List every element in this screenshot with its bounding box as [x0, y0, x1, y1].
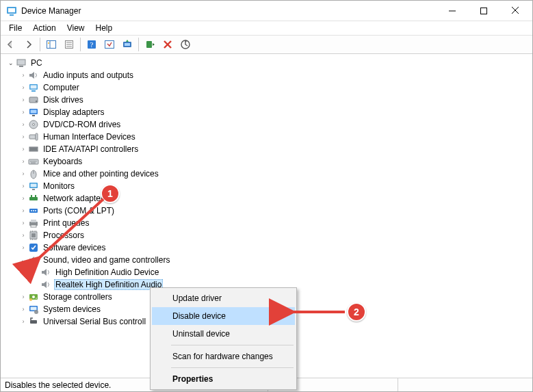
- svg-rect-27: [31, 90, 36, 92]
- tree-category-14[interactable]: ›Software devices: [6, 241, 532, 254]
- chevron-right-icon[interactable]: ›: [18, 95, 28, 105]
- menubar: File Action View Help: [1, 21, 532, 35]
- tree-category-1[interactable]: ›Computer: [6, 81, 532, 94]
- back-button[interactable]: [3, 37, 19, 52]
- chevron-right-icon[interactable]: ›: [18, 206, 28, 215]
- status-text: Disables the selected device.: [5, 380, 111, 390]
- chevron-right-icon[interactable]: ›: [18, 169, 28, 179]
- menu-file[interactable]: File: [3, 22, 27, 34]
- truncated-icon: [28, 316, 39, 327]
- enable-device-button[interactable]: [142, 37, 158, 52]
- tree-category-12[interactable]: ›Print queues: [6, 217, 532, 229]
- svg-point-79: [34, 310, 38, 314]
- chevron-right-icon[interactable]: ›: [18, 317, 28, 326]
- svg-rect-31: [31, 110, 37, 114]
- app-icon: [6, 5, 17, 16]
- scan-hardware-button[interactable]: [177, 37, 194, 52]
- show-hide-tree-button[interactable]: [43, 37, 60, 52]
- tree-category-4[interactable]: ›DVD/CD-ROM drives: [6, 118, 532, 131]
- maximize-button[interactable]: [468, 1, 499, 21]
- svg-rect-36: [36, 133, 38, 140]
- pc-icon: [16, 57, 27, 68]
- chevron-right-icon[interactable]: ›: [18, 304, 28, 314]
- chevron-right-icon[interactable]: ›: [18, 83, 28, 92]
- ctx-disable-device[interactable]: Disable device: [152, 307, 295, 325]
- action-button[interactable]: [101, 37, 118, 52]
- svg-rect-60: [31, 220, 36, 222]
- ctx-properties[interactable]: Properties: [152, 370, 295, 388]
- window-title: Device Manager: [21, 6, 437, 16]
- svg-rect-18: [125, 43, 130, 46]
- menu-action[interactable]: Action: [27, 22, 61, 34]
- tree-category-7[interactable]: ›Keyboards: [6, 155, 532, 168]
- node-label: Monitors: [42, 181, 76, 192]
- speaker-icon: [28, 70, 39, 81]
- network-icon: [28, 193, 39, 204]
- ctx-scan-hardware[interactable]: Scan for hardware changes: [152, 348, 295, 365]
- node-label: Display adapters: [42, 107, 105, 118]
- chevron-right-icon[interactable]: ›: [18, 181, 28, 191]
- tree-category-9[interactable]: ›Monitors: [6, 180, 532, 192]
- ctx-uninstall-device[interactable]: Uninstall device: [152, 325, 295, 343]
- tree-category-0[interactable]: ›Audio inputs and outputs: [6, 69, 532, 81]
- minimize-button[interactable]: [437, 1, 468, 21]
- svg-point-57: [33, 210, 34, 211]
- svg-rect-54: [35, 195, 36, 197]
- chevron-right-icon[interactable]: ›: [18, 70, 28, 80]
- node-label: Universal Serial Bus controll: [42, 316, 147, 327]
- tree-category-11[interactable]: ›Ports (COM & LPT): [6, 205, 532, 217]
- tree-device-15-0[interactable]: High Definition Audio Device: [6, 266, 532, 278]
- speaker-icon: [28, 254, 39, 265]
- tree-category-15[interactable]: ⌄Sound, video and game controllers: [6, 254, 532, 266]
- svg-rect-44: [34, 161, 35, 161]
- tree-category-2[interactable]: ›Disk drives: [6, 94, 532, 106]
- chevron-right-icon[interactable]: ›: [18, 243, 28, 252]
- svg-rect-51: [32, 189, 35, 190]
- chevron-down-icon[interactable]: ⌄: [18, 255, 28, 265]
- svg-rect-78: [31, 307, 37, 311]
- svg-rect-4: [481, 8, 487, 14]
- chevron-right-icon[interactable]: ›: [18, 292, 28, 302]
- chevron-right-icon[interactable]: ›: [18, 132, 28, 142]
- node-label: Human Interface Devices: [42, 131, 137, 142]
- menu-help[interactable]: Help: [90, 22, 118, 34]
- menu-view[interactable]: View: [62, 22, 90, 34]
- chevron-right-icon[interactable]: ›: [18, 218, 28, 228]
- svg-point-34: [33, 124, 35, 126]
- svg-point-76: [29, 298, 32, 301]
- properties-button[interactable]: [61, 37, 77, 52]
- storage-icon: [28, 291, 39, 302]
- chevron-right-icon[interactable]: ›: [18, 107, 28, 117]
- ctx-update-driver[interactable]: Update driver: [152, 289, 295, 307]
- chevron-right-icon[interactable]: ›: [18, 194, 28, 203]
- tree-category-8[interactable]: ›Mice and other pointing devices: [6, 168, 532, 180]
- help-button[interactable]: ?: [83, 37, 100, 52]
- close-button[interactable]: [499, 1, 531, 21]
- chevron-right-icon[interactable]: ›: [18, 157, 28, 166]
- forward-button[interactable]: [21, 37, 37, 52]
- annotation-badge-2: 2: [347, 302, 366, 322]
- node-label: Processors: [42, 230, 86, 241]
- tree-category-6[interactable]: ›IDE ATA/ATAPI controllers: [6, 143, 532, 155]
- system-icon: [28, 304, 39, 315]
- node-label: Software devices: [42, 242, 107, 253]
- tree-category-10[interactable]: ›Network adapters: [6, 192, 532, 205]
- twisty-none: [31, 280, 40, 289]
- svg-rect-43: [33, 161, 34, 161]
- chevron-down-icon[interactable]: ⌄: [6, 58, 16, 68]
- tree-category-13[interactable]: ›Processors: [6, 229, 532, 241]
- chevron-right-icon[interactable]: ›: [18, 231, 28, 240]
- tree-category-5[interactable]: ›Human Interface Devices: [6, 131, 532, 143]
- chevron-right-icon[interactable]: ›: [18, 120, 28, 129]
- monitor-icon: [28, 181, 39, 192]
- node-label: System devices: [42, 304, 102, 315]
- tree-root-pc[interactable]: ⌄PC: [6, 57, 532, 69]
- svg-rect-16: [105, 41, 114, 49]
- update-driver-button[interactable]: [119, 37, 135, 52]
- svg-rect-9: [48, 42, 49, 44]
- node-label: Audio inputs and outputs: [42, 70, 135, 81]
- chevron-right-icon[interactable]: ›: [18, 144, 28, 154]
- uninstall-device-button[interactable]: [159, 37, 176, 52]
- ide-icon: [28, 144, 39, 155]
- tree-category-3[interactable]: ›Display adapters: [6, 106, 532, 118]
